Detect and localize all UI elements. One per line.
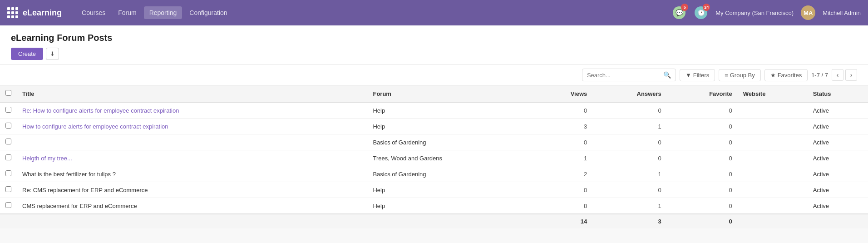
row-checkbox[interactable] — [5, 154, 11, 160]
select-all-checkbox[interactable] — [5, 90, 11, 96]
row-checkbox-cell[interactable] — [0, 102, 17, 119]
filter-icon: ▼ — [686, 72, 691, 79]
cell-status: Active — [808, 150, 868, 166]
star-icon: ★ — [770, 72, 776, 79]
prev-page-button[interactable]: ‹ — [832, 69, 843, 81]
activity-icon-button[interactable]: 🕐 24 — [694, 5, 708, 20]
cell-status: Active — [808, 119, 868, 134]
cell-website — [738, 119, 808, 134]
page-title: eLearning Forum Posts — [11, 33, 112, 43]
company-name[interactable]: My Company (San Francisco) — [715, 10, 794, 16]
search-filter-bar: 🔍 ▼ Filters ≡ Group By ★ Favorites 1-7 /… — [0, 65, 868, 85]
cell-website — [738, 134, 808, 150]
footer-title-cell — [17, 214, 367, 228]
footer-website-cell — [738, 214, 808, 228]
cell-status: Active — [808, 198, 868, 214]
table-row: Re: How to configure alerts for employee… — [0, 102, 868, 119]
cell-status: Active — [808, 134, 868, 150]
app-menu-icon[interactable] — [7, 7, 18, 18]
download-button[interactable]: ⬇ — [46, 48, 59, 60]
cell-forum: Help — [367, 182, 535, 198]
nav-courses[interactable]: Courses — [76, 6, 111, 19]
row-checkbox[interactable] — [5, 123, 11, 129]
row-checkbox[interactable] — [5, 186, 11, 192]
cell-website — [738, 166, 808, 182]
nav-configuration[interactable]: Configuration — [184, 6, 232, 19]
table-row: Basics of Gardening000Active — [0, 134, 868, 150]
cell-answers: 0 — [592, 182, 667, 198]
row-checkbox[interactable] — [5, 170, 11, 176]
cell-favorite: 0 — [667, 134, 738, 150]
cell-views: 8 — [535, 198, 593, 214]
row-checkbox-cell[interactable] — [0, 150, 17, 166]
cell-forum: Help — [367, 198, 535, 214]
cell-title[interactable]: Re: How to configure alerts for employee… — [17, 102, 367, 119]
row-checkbox-cell[interactable] — [0, 198, 17, 214]
next-page-button[interactable]: › — [845, 69, 857, 81]
footer-favorite-total: 0 — [667, 214, 738, 228]
col-website[interactable]: Website — [738, 85, 808, 102]
row-checkbox-cell[interactable] — [0, 134, 17, 150]
cell-status: Active — [808, 102, 868, 119]
table-row: Heigth of my tree...Trees, Wood and Gard… — [0, 150, 868, 166]
nav-reporting[interactable]: Reporting — [144, 6, 182, 19]
cell-favorite: 0 — [667, 150, 738, 166]
col-views[interactable]: Views — [535, 85, 593, 102]
row-checkbox-cell[interactable] — [0, 119, 17, 134]
row-checkbox-cell[interactable] — [0, 166, 17, 182]
cell-views: 0 — [535, 182, 593, 198]
cell-title[interactable]: Heigth of my tree... — [17, 150, 367, 166]
filters-button[interactable]: ▼ Filters — [680, 69, 715, 81]
cell-answers: 1 — [592, 119, 667, 134]
avatar[interactable]: MA — [801, 5, 815, 20]
col-status[interactable]: Status — [808, 85, 868, 102]
row-checkbox[interactable] — [5, 202, 11, 208]
select-all-header[interactable] — [0, 85, 17, 102]
groupby-button[interactable]: ≡ Group By — [719, 69, 761, 81]
cell-favorite: 0 — [667, 198, 738, 214]
table-footer-row: 14 3 0 — [0, 214, 868, 228]
cell-views: 0 — [535, 134, 593, 150]
title-link[interactable]: Heigth of my tree... — [22, 155, 72, 162]
footer-forum-cell — [367, 214, 535, 228]
cell-title: What is the best fertilizer for tulips ? — [17, 166, 367, 182]
pagination-arrows: ‹ › — [832, 69, 857, 81]
search-input[interactable] — [587, 72, 663, 79]
col-title[interactable]: Title — [17, 85, 367, 102]
nav-forum[interactable]: Forum — [113, 6, 142, 19]
table-header-row: Title Forum Views Answers Favorite Websi… — [0, 85, 868, 102]
table-row: What is the best fertilizer for tulips ?… — [0, 166, 868, 182]
row-checkbox-cell[interactable] — [0, 182, 17, 198]
title-link[interactable]: How to configure alerts for employee con… — [22, 123, 168, 130]
cell-forum: Basics of Gardening — [367, 134, 535, 150]
table-row: How to configure alerts for employee con… — [0, 119, 868, 134]
brand-logo[interactable]: eLearning — [23, 8, 62, 18]
cell-views: 0 — [535, 102, 593, 119]
cell-forum: Help — [367, 119, 535, 134]
cell-website — [738, 150, 808, 166]
favorites-button[interactable]: ★ Favorites — [764, 69, 808, 81]
col-forum[interactable]: Forum — [367, 85, 535, 102]
create-button[interactable]: Create — [11, 48, 43, 60]
search-icon[interactable]: 🔍 — [663, 71, 671, 79]
row-checkbox[interactable] — [5, 107, 11, 113]
cell-website — [738, 182, 808, 198]
footer-views-total: 14 — [535, 214, 593, 228]
user-name[interactable]: Mitchell Admin — [823, 10, 861, 16]
download-icon: ⬇ — [50, 50, 55, 57]
groupby-icon: ≡ — [725, 72, 728, 79]
title-link[interactable]: Re: How to configure alerts for employee… — [22, 107, 179, 114]
col-answers[interactable]: Answers — [592, 85, 667, 102]
right-actions: 🔍 ▼ Filters ≡ Group By ★ Favorites 1-7 /… — [582, 69, 857, 81]
cell-answers: 1 — [592, 166, 667, 182]
cell-favorite: 0 — [667, 102, 738, 119]
footer-checkbox-cell — [0, 214, 17, 228]
cell-title: Re: CMS replacement for ERP and eCommerc… — [17, 182, 367, 198]
cell-title[interactable]: How to configure alerts for employee con… — [17, 119, 367, 134]
cell-forum: Basics of Gardening — [367, 166, 535, 182]
chat-icon-button[interactable]: 💬 5 — [672, 5, 686, 20]
col-favorite[interactable]: Favorite — [667, 85, 738, 102]
row-checkbox[interactable] — [5, 139, 11, 144]
chat-badge: 5 — [681, 4, 688, 11]
cell-answers: 1 — [592, 198, 667, 214]
